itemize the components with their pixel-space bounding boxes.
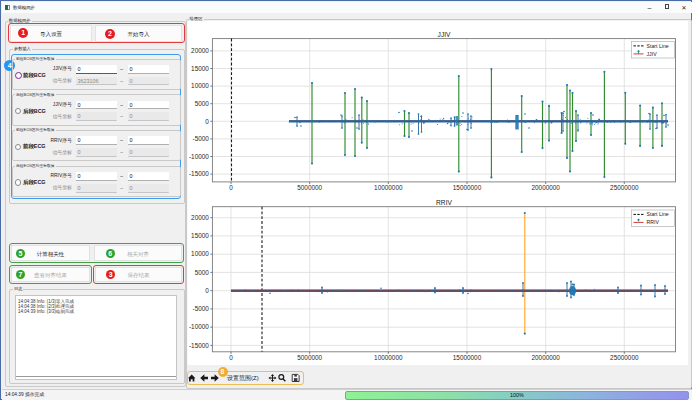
svg-text:15000000: 15000000	[453, 354, 482, 361]
svg-text:-10000: -10000	[189, 153, 209, 160]
svg-text:-15000: -15000	[189, 170, 209, 177]
svg-text:20000000: 20000000	[531, 184, 560, 191]
svg-text:RRIV: RRIV	[647, 219, 660, 225]
svg-text:5000000: 5000000	[297, 354, 322, 361]
svg-text:0: 0	[205, 118, 209, 125]
svg-text:10000000: 10000000	[374, 354, 403, 361]
svg-text:-5000: -5000	[193, 135, 210, 142]
svg-text:10000: 10000	[191, 82, 209, 89]
svg-text:20000: 20000	[191, 214, 209, 221]
svg-text:10000: 10000	[191, 250, 209, 257]
svg-text:15000: 15000	[191, 65, 209, 72]
svg-text:Start Line: Start Line	[647, 211, 669, 217]
svg-text:5000: 5000	[195, 269, 210, 276]
svg-text:JJIV: JJIV	[438, 31, 451, 38]
svg-text:-10000: -10000	[189, 323, 209, 330]
svg-text:15000000: 15000000	[453, 184, 482, 191]
svg-text:RRIV: RRIV	[436, 199, 452, 206]
svg-text:Start Line: Start Line	[647, 43, 669, 49]
svg-text:25000000: 25000000	[610, 354, 639, 361]
svg-text:5000: 5000	[195, 100, 210, 107]
svg-text:0: 0	[205, 287, 209, 294]
svg-text:-5000: -5000	[193, 305, 210, 312]
svg-text:5000000: 5000000	[297, 184, 322, 191]
svg-text:20000000: 20000000	[531, 354, 560, 361]
svg-text:0: 0	[229, 184, 233, 191]
svg-text:JJIV: JJIV	[647, 51, 658, 57]
svg-text:-15000: -15000	[189, 342, 209, 349]
svg-text:10000000: 10000000	[374, 184, 403, 191]
svg-text:15000: 15000	[191, 232, 209, 239]
svg-text:0: 0	[229, 354, 233, 361]
svg-text:20000: 20000	[191, 47, 209, 54]
svg-text:25000000: 25000000	[610, 184, 639, 191]
